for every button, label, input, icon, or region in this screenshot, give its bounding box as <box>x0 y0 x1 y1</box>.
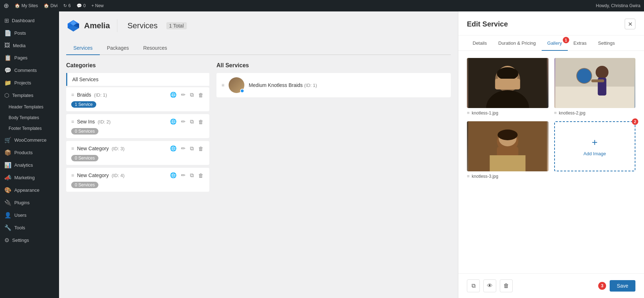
sidebar-item-appearance[interactable]: 🎨 Appearance <box>0 184 59 196</box>
sidebar-item-body-templates[interactable]: Body Templates <box>0 112 59 123</box>
category-all-item[interactable]: All Services <box>66 73 209 86</box>
products-icon: 📦 <box>4 149 11 156</box>
svg-point-9 <box>497 67 518 80</box>
drag-handle-3[interactable]: ≡ <box>71 146 74 151</box>
edit-icon-3[interactable]: ✏ <box>180 145 186 152</box>
services-layout: Categories All Services ≡ Braids (ID: 1)… <box>66 62 451 195</box>
plugins-icon: 🔌 <box>4 199 11 206</box>
content-area: Amelia Services 1 Total Services Package… <box>59 11 644 298</box>
edit-service-panel: Edit Service ✕ Details Duration & Pricin… <box>458 11 644 298</box>
posts-icon: 📄 <box>4 30 11 36</box>
category-id-3: (ID: 3) <box>112 146 125 151</box>
tab-settings[interactable]: Settings <box>592 35 621 51</box>
service-item-1[interactable]: ≡ Medium Knotless Braids (ID: 1) <box>216 73 451 97</box>
tab-services[interactable]: Services <box>66 41 100 55</box>
gallery-image-2 <box>554 58 636 108</box>
drag-handle-service-1[interactable]: ≡ <box>221 82 224 88</box>
drag-handle-sewins[interactable]: ≡ <box>71 119 74 124</box>
edit-icon-4[interactable]: ✏ <box>180 171 186 179</box>
wp-logo-icon: ⊕ <box>4 2 9 10</box>
caption-drag-2[interactable]: ≡ <box>554 110 557 116</box>
sidebar-item-woocommerce[interactable]: 🛒 WooCommerce <box>0 134 59 146</box>
delete-icon-sewins[interactable]: 🗑 <box>197 118 204 126</box>
sidebar-item-tools[interactable]: 🔧 Tools <box>0 221 59 234</box>
sidebar-item-dashboard[interactable]: ⊞ Dashboard <box>0 14 59 27</box>
sidebar-item-media[interactable]: 🖼 Media <box>0 39 59 52</box>
drag-handle-4[interactable]: ≡ <box>71 172 74 178</box>
delete-icon-braids[interactable]: 🗑 <box>197 91 204 99</box>
new-item[interactable]: + New <box>91 3 103 8</box>
category-badge-braids: 1 Service <box>71 101 96 108</box>
gallery-grid: ≡ knotless-1.jpg <box>467 58 635 179</box>
edit-icon-braids[interactable]: ✏ <box>180 91 186 99</box>
tab-extras[interactable]: Extras <box>568 35 592 51</box>
close-panel-button[interactable]: ✕ <box>625 19 635 29</box>
copy-icon-braids[interactable]: ⧉ <box>189 91 195 99</box>
globe-icon-sewins[interactable]: 🌐 <box>169 118 177 126</box>
add-image-container: 2 + Add Image <box>554 121 636 179</box>
service-sub-tabs: Services Packages Resources <box>66 41 451 55</box>
delete-icon-3[interactable]: 🗑 <box>197 145 204 152</box>
drag-handle-braids[interactable]: ≡ <box>71 92 74 98</box>
add-image-button[interactable]: + Add Image <box>554 121 636 171</box>
edit-panel-header: Edit Service ✕ <box>458 11 644 35</box>
gallery-image-3 <box>467 121 548 171</box>
gallery-caption-3: ≡ knotless-3.jpg <box>467 174 548 179</box>
sidebar-item-header-templates[interactable]: Header Templates <box>0 102 59 112</box>
divi-item[interactable]: 🏠 Divi <box>44 3 58 8</box>
category-name-3: New Category <box>77 146 109 151</box>
globe-icon-4[interactable]: 🌐 <box>169 171 177 179</box>
copy-service-button[interactable]: ⧉ <box>467 279 480 292</box>
delete-icon-4[interactable]: 🗑 <box>197 172 204 179</box>
caption-drag-1[interactable]: ≡ <box>467 110 470 116</box>
header-divider <box>117 19 117 32</box>
sidebar-item-posts[interactable]: 📄 Posts <box>0 27 59 39</box>
category-name-sewins: Sew Ins <box>77 119 95 124</box>
caption-drag-3[interactable]: ≡ <box>467 174 470 179</box>
settings-icon: ⚙ <box>4 237 9 244</box>
svg-point-17 <box>577 69 591 83</box>
globe-icon-3[interactable]: 🌐 <box>169 145 177 152</box>
copy-icon-sewins[interactable]: ⧉ <box>189 118 195 126</box>
save-service-button[interactable]: Save <box>610 280 635 292</box>
dashboard-icon: ⊞ <box>4 17 9 24</box>
sidebar-item-marketing[interactable]: 📣 Marketing <box>0 171 59 184</box>
tab-details[interactable]: Details <box>467 35 493 51</box>
sidebar-item-plugins[interactable]: 🔌 Plugins <box>0 196 59 209</box>
users-icon: 👤 <box>4 212 11 219</box>
copy-icon-3[interactable]: ⧉ <box>189 145 195 152</box>
globe-icon-braids[interactable]: 🌐 <box>169 91 177 99</box>
my-sites-item[interactable]: 🏠 My Sites <box>15 3 38 8</box>
comments-bar-item[interactable]: 💬 0 <box>77 3 86 8</box>
sidebar-item-pages[interactable]: 📋 Pages <box>0 52 59 64</box>
sidebar-item-templates[interactable]: ⬡ Templates <box>0 89 59 102</box>
eye-icon: 👁 <box>487 283 493 289</box>
admin-bar: ⊕ 🏠 My Sites 🏠 Divi ↻ 6 💬 0 + New Howdy,… <box>0 0 644 11</box>
edit-icon-sewins[interactable]: ✏ <box>180 118 186 126</box>
hide-service-button[interactable]: 👁 <box>483 279 496 292</box>
refresh-icon: ↻ <box>63 3 67 8</box>
tools-icon: 🔧 <box>4 224 11 231</box>
category-id-sewins: (ID: 2) <box>98 119 111 124</box>
tab-duration-pricing[interactable]: Duration & Pricing <box>493 35 542 51</box>
tab-resources[interactable]: Resources <box>136 41 174 55</box>
updates-item[interactable]: ↻ 6 <box>63 3 71 8</box>
tab-packages[interactable]: Packages <box>100 41 136 55</box>
sidebar-item-products[interactable]: 📦 Products <box>0 146 59 159</box>
delete-service-button[interactable]: 🗑 <box>500 279 513 292</box>
category-item-4: ≡ New Category (ID: 4) 🌐 ✏ ⧉ 🗑 0 <box>66 168 209 192</box>
sidebar-item-settings[interactable]: ⚙ Settings <box>0 234 59 246</box>
amelia-header: Amelia Services 1 Total <box>66 19 451 33</box>
category-badge-4: 0 Services <box>71 182 98 188</box>
category-name-braids: Braids <box>77 92 91 98</box>
sidebar-item-users[interactable]: 👤 Users <box>0 209 59 221</box>
services-count-badge: 1 Total <box>166 22 187 29</box>
sidebar-item-analytics[interactable]: 📊 Analytics <box>0 159 59 171</box>
copy-icon-4[interactable]: ⧉ <box>189 171 195 179</box>
wp-logo-item[interactable]: ⊕ <box>4 2 9 10</box>
tab-gallery[interactable]: Gallery 1 <box>542 35 568 51</box>
sidebar-item-comments[interactable]: 💬 Comments <box>0 64 59 77</box>
sidebar-item-projects[interactable]: 📁 Projects <box>0 77 59 89</box>
category-item-3: ≡ New Category (ID: 3) 🌐 ✏ ⧉ 🗑 0 <box>66 141 209 165</box>
sidebar-item-footer-templates[interactable]: Footer Templates <box>0 123 59 134</box>
